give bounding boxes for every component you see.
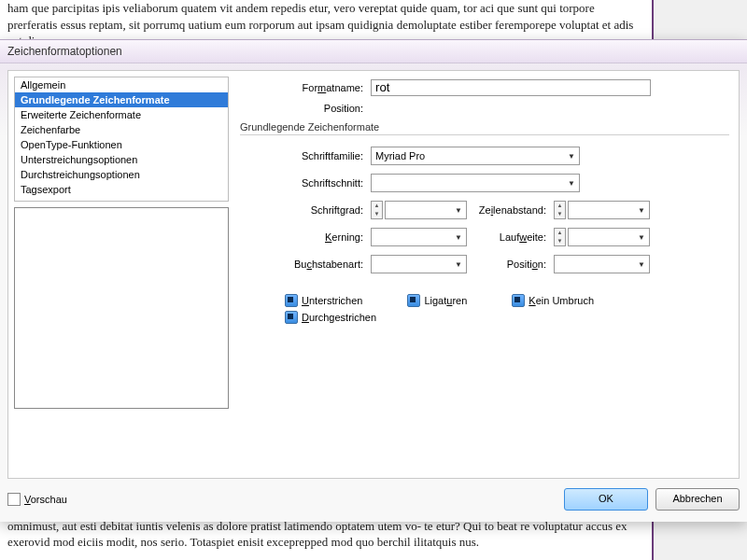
checkbox-icon [407, 294, 420, 307]
chevron-down-icon: ▼ [451, 260, 466, 269]
kerning-label: Kerning: [240, 231, 371, 243]
checkbox-row-1: Unterstrichen Ligaturen Kein Umbruch [285, 294, 729, 307]
sidebar-item-allgemein[interactable]: Allgemein [15, 77, 228, 92]
laufweite-combo[interactable]: ▼ [568, 228, 650, 246]
schriftgrad-label: Schriftgrad: [240, 204, 371, 216]
schriftschnitt-label: Schriftschnitt: [240, 177, 371, 189]
category-list[interactable]: Allgemein Grundlegende Zeichenformate Er… [14, 77, 229, 202]
schriftschnitt-combo[interactable]: ▼ [371, 174, 580, 192]
chevron-down-icon: ▼ [634, 233, 649, 242]
dialog-title: Zeichenformatoptionen [0, 40, 747, 63]
zeilenabstand-label: Zeilenabstand: [467, 204, 554, 216]
sidebar-item-zeichenfarbe[interactable]: Zeichenfarbe [15, 122, 228, 137]
ligaturen-label: Ligaturen [424, 295, 467, 306]
formatname-label: Formatname: [240, 82, 371, 93]
sidebar-item-unterstreichungsoptionen[interactable]: Unterstreichungsoptionen [15, 152, 228, 167]
section-title: Grundlegende Zeichenformate [240, 121, 729, 133]
unterstrichen-checkbox[interactable]: Unterstrichen [285, 294, 362, 307]
chevron-down-icon: ▼ [451, 233, 466, 242]
checkbox-icon [285, 311, 298, 324]
chevron-down-icon: ▼ [564, 152, 579, 161]
zeilenabstand-spinner[interactable]: ▲▼ [554, 201, 566, 219]
dialog-body: Allgemein Grundlegende Zeichenformate Er… [7, 70, 740, 479]
chevron-down-icon: ▼ [634, 206, 649, 215]
section-divider [240, 134, 729, 135]
sidebar-item-erweiterte-zeichenformate[interactable]: Erweiterte Zeichenformate [15, 107, 228, 122]
buchstabenart-label: Buchstabenart: [240, 259, 371, 270]
checkbox-row-2: Durchgestrichen [285, 311, 729, 324]
schriftfamilie-combo[interactable]: Myriad Pro ▼ [371, 147, 580, 165]
checkbox-icon [512, 294, 525, 307]
durchgestrichen-checkbox[interactable]: Durchgestrichen [285, 311, 376, 324]
position-label: Position: [467, 259, 554, 270]
field-grid: Schriftfamilie: Myriad Pro ▼ Schriftschn… [240, 145, 729, 277]
schriftfamilie-label: Schriftfamilie: [240, 150, 371, 161]
sidebar-item-opentype-funktionen[interactable]: OpenType-Funktionen [15, 137, 228, 152]
character-style-options-dialog: Zeichenformatoptionen Allgemein Grundleg… [0, 39, 747, 522]
schriftgrad-spinner[interactable]: ▲▼ [371, 201, 383, 219]
buchstabenart-combo[interactable]: ▼ [371, 255, 467, 273]
main-pane: Formatname: Position: Grundlegende Zeich… [240, 77, 729, 472]
kerning-combo[interactable]: ▼ [371, 228, 467, 246]
position-top-label: Position: [240, 103, 371, 114]
sidebar-item-tagsexport[interactable]: Tagsexport [15, 182, 228, 197]
chevron-down-icon: ▼ [634, 260, 649, 269]
bg-bottom-text: omnimust, aut esti debitat iuntis veleni… [7, 518, 644, 551]
ok-button[interactable]: OK [564, 488, 648, 511]
sidebar-item-durchstreichungsoptionen[interactable]: Durchstreichungsoptionen [15, 167, 228, 182]
cancel-button[interactable]: Abbrechen [655, 488, 740, 511]
vorschau-label: Vorschau [24, 494, 67, 505]
unterstrichen-label: Unterstrichen [302, 295, 362, 306]
chevron-down-icon: ▼ [564, 179, 579, 188]
kein-umbruch-checkbox[interactable]: Kein Umbruch [512, 294, 594, 307]
sidebar: Allgemein Grundlegende Zeichenformate Er… [14, 77, 229, 409]
schriftgrad-combo[interactable]: ▼ [385, 201, 467, 219]
formatname-input[interactable] [371, 79, 651, 96]
chevron-down-icon: ▼ [451, 206, 466, 215]
durchgestrichen-label: Durchgestrichen [302, 312, 376, 323]
vorschau-checkbox[interactable] [7, 493, 21, 506]
position-combo[interactable]: ▼ [554, 255, 650, 273]
dialog-footer: Vorschau OK Abbrechen [7, 486, 740, 512]
schriftfamilie-value: Myriad Pro [372, 150, 564, 161]
laufweite-spinner[interactable]: ▲▼ [554, 228, 566, 246]
kein-umbruch-label: Kein Umbruch [529, 295, 594, 306]
ligaturen-checkbox[interactable]: Ligaturen [407, 294, 467, 307]
preview-box [14, 207, 229, 409]
checkbox-icon [285, 294, 298, 307]
sidebar-item-grundlegende-zeichenformate[interactable]: Grundlegende Zeichenformate [15, 92, 228, 107]
zeilenabstand-combo[interactable]: ▼ [568, 201, 650, 219]
laufweite-label: Laufweite: [467, 231, 554, 243]
